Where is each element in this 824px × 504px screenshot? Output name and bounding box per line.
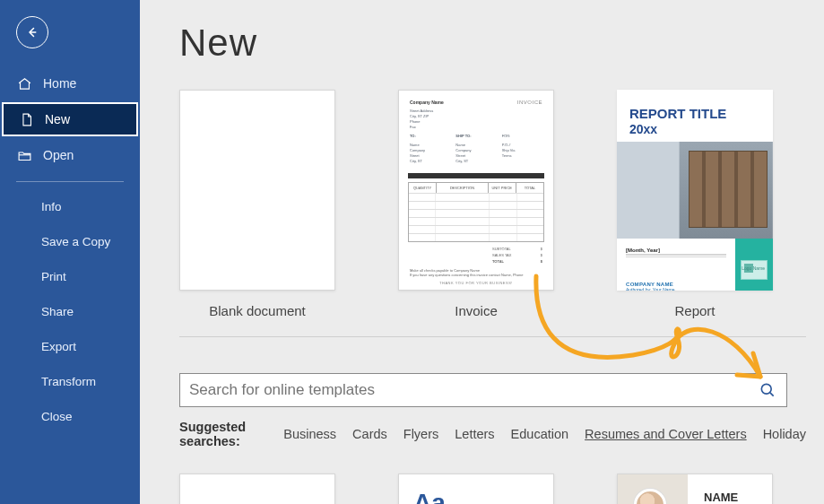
page-title: New <box>179 22 806 65</box>
primary-nav: Home New Open <box>0 66 140 172</box>
report-image <box>617 142 773 239</box>
suggested-search-business[interactable]: Business <box>283 427 336 441</box>
template-card[interactable] <box>179 474 335 504</box>
arrow-left-icon <box>24 24 40 40</box>
suggested-label: Suggested searches: <box>179 420 265 448</box>
report-month: [Month, Year] <box>626 248 726 253</box>
sidebar-item-info[interactable]: Info <box>0 189 140 224</box>
main-panel: New Blank document Company Name INVOICE … <box>140 0 824 504</box>
template-thumbnail: REPORT TITLE 20xx [Month, Year] COMPANY … <box>617 90 773 291</box>
sidebar-item-save-a-copy[interactable]: Save a Copy <box>0 224 140 259</box>
template-label: Invoice <box>455 303 498 318</box>
sidebar-item-export[interactable]: Export <box>0 329 140 364</box>
template-search-box[interactable] <box>179 373 787 407</box>
report-year: 20xx <box>617 122 773 142</box>
search-icon[interactable] <box>758 380 777 400</box>
sidebar-item-label: Home <box>43 76 76 91</box>
template-invoice[interactable]: Company Name INVOICE Street AddressCity,… <box>398 90 554 318</box>
suggested-search-resumes-and-cover-letters[interactable]: Resumes and Cover Letters <box>585 427 747 441</box>
svg-point-0 <box>761 384 771 394</box>
suggested-search-education[interactable]: Education <box>511 427 569 441</box>
invoice-th: TOTAL <box>516 183 543 193</box>
sidebar-item-share[interactable]: Share <box>0 294 140 329</box>
sidebar-item-home[interactable]: Home <box>0 66 140 100</box>
template-card[interactable]: Aa <box>398 474 554 504</box>
home-icon <box>16 75 32 91</box>
invoice-badge: INVOICE <box>517 100 542 105</box>
app-root: Home New Open Info Save a Copy Print Sha… <box>0 0 824 504</box>
invoice-footer: THANK YOU FOR YOUR BUSINESS! <box>399 277 553 291</box>
secondary-nav: Info Save a Copy Print Share Export Tran… <box>0 189 140 434</box>
back-button[interactable] <box>16 16 48 48</box>
logo-icon: Logo Name <box>741 260 768 280</box>
resume-name-line1: NAME <box>704 491 738 504</box>
suggested-search-flyers[interactable]: Flyers <box>403 427 438 441</box>
invoice-heading-bar <box>408 173 544 178</box>
style-sample: Aa <box>399 474 553 504</box>
invoice-th: DESCRIPTION <box>437 183 488 193</box>
suggested-search-holiday[interactable]: Holiday <box>763 427 806 441</box>
invoice-th: UNIT PRICE <box>489 183 516 193</box>
search-input[interactable] <box>189 381 750 399</box>
invoice-total-label: SALES TAX <box>492 253 511 257</box>
report-author: Authored by: Your Name <box>626 287 726 291</box>
resume-name: NAME HERE <box>704 491 738 504</box>
sidebar-item-label: Open <box>43 148 74 162</box>
backstage-sidebar: Home New Open Info Save a Copy Print Sha… <box>0 0 140 504</box>
section-divider <box>179 336 806 337</box>
template-label: Report <box>674 303 715 318</box>
invoice-total-label: TOTAL <box>492 259 504 264</box>
sidebar-item-print[interactable]: Print <box>0 259 140 294</box>
sidebar-divider <box>16 181 124 182</box>
more-templates-row: Aa NAME HERE <box>179 474 806 504</box>
invoice-table: QUANTITY DESCRIPTION UNIT PRICE TOTAL <box>408 182 544 242</box>
sidebar-item-transform[interactable]: Transform <box>0 364 140 399</box>
template-thumbnail: Company Name INVOICE Street AddressCity,… <box>398 90 554 291</box>
invoice-th: QUANTITY <box>409 183 437 193</box>
invoice-total-label: SUBTOTAL <box>492 247 511 251</box>
template-blank-document[interactable]: Blank document <box>179 90 335 318</box>
template-label: Blank document <box>209 303 306 318</box>
suggested-searches: Suggested searches: Business Cards Flyer… <box>179 420 806 448</box>
report-logo-text: Logo Name <box>742 265 765 271</box>
suggested-search-letters[interactable]: Letters <box>455 427 494 441</box>
invoice-company-name: Company Name <box>410 100 444 105</box>
template-card-resume[interactable]: NAME HERE <box>617 474 773 504</box>
suggested-search-cards[interactable]: Cards <box>352 427 387 441</box>
sidebar-item-new[interactable]: New <box>2 102 138 136</box>
sidebar-item-open[interactable]: Open <box>0 138 140 172</box>
sidebar-item-close[interactable]: Close <box>0 399 140 434</box>
sidebar-item-label: New <box>45 112 70 126</box>
template-report[interactable]: REPORT TITLE 20xx [Month, Year] COMPANY … <box>617 90 773 318</box>
template-thumbnail <box>179 90 335 291</box>
folder-open-icon <box>16 147 32 163</box>
featured-templates-row: Blank document Company Name INVOICE Stre… <box>179 90 806 318</box>
report-title: REPORT TITLE <box>617 90 773 122</box>
report-band: [Month, Year] COMPANY NAME Authored by: … <box>617 239 773 291</box>
document-icon <box>18 111 34 127</box>
